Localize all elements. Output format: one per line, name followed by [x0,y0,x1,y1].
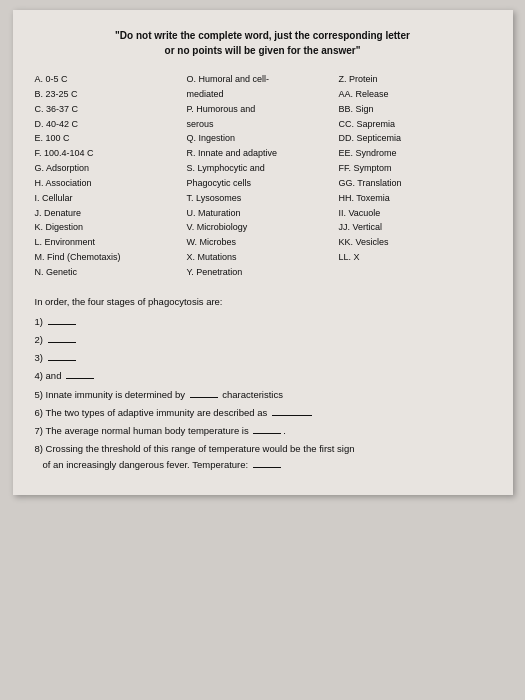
list-item: X. Mutations [187,250,339,265]
list-item: BB. Sign [339,102,491,117]
list-item: U. Maturation [187,206,339,221]
question-1: 1) [35,314,491,330]
question-7: 7) The average normal human body tempera… [35,423,491,439]
list-item: DD. Septicemia [339,131,491,146]
list-item: A. 0-5 C [35,72,187,87]
instruction-line2: or no points will be given for the answe… [35,43,491,58]
list-item: K. Digestion [35,220,187,235]
questions-intro: In order, the four stages of phagocytosi… [35,294,491,310]
list-item: HH. Toxemia [339,191,491,206]
list-item: S. Lymphocytic and [187,161,339,176]
question-5: 5) Innate immunity is determined by char… [35,387,491,403]
question-4: 4) and [35,368,491,384]
list-item: EE. Syndrome [339,146,491,161]
question-2: 2) [35,332,491,348]
list-item: P. Humorous and [187,102,339,117]
blank-6[interactable] [272,415,312,416]
list-item: mediated [187,87,339,102]
blank-7[interactable] [253,433,281,434]
list-item: F. 100.4-104 C [35,146,187,161]
list-item: I. Cellular [35,191,187,206]
column-1: A. 0-5 CB. 23-25 CC. 36-37 CD. 40-42 CE.… [35,72,187,280]
instruction: "Do not write the complete word, just th… [35,28,491,58]
list-item: M. Find (Chemotaxis) [35,250,187,265]
list-item: FF. Symptom [339,161,491,176]
blank-4[interactable] [66,378,94,379]
list-item: N. Genetic [35,265,187,280]
list-item: D. 40-42 C [35,117,187,132]
blank-2[interactable] [48,342,76,343]
questions-section: In order, the four stages of phagocytosi… [35,294,491,473]
list-item: C. 36-37 C [35,102,187,117]
list-item: H. Association [35,176,187,191]
list-item: Z. Protein [339,72,491,87]
list-item: KK. Vesicles [339,235,491,250]
blank-3[interactable] [48,360,76,361]
blank-5[interactable] [190,397,218,398]
list-item: Y. Penetration [187,265,339,280]
blank-8[interactable] [253,467,281,468]
question-3: 3) [35,350,491,366]
list-item: L. Environment [35,235,187,250]
list-item: O. Humoral and cell- [187,72,339,87]
column-2: O. Humoral and cell- mediatedP. Humorous… [187,72,339,280]
list-item: B. 23-25 C [35,87,187,102]
list-item: Q. Ingestion [187,131,339,146]
list-item: AA. Release [339,87,491,102]
list-item: G. Adsorption [35,161,187,176]
list-item: J. Denature [35,206,187,221]
list-item: R. Innate and adaptive [187,146,339,161]
list-item: W. Microbes [187,235,339,250]
blank-1[interactable] [48,324,76,325]
question-8: 8) Crossing the threshold of this range … [35,441,491,473]
list-item: GG. Translation [339,176,491,191]
instruction-line1: "Do not write the complete word, just th… [35,28,491,43]
list-item: LL. X [339,250,491,265]
question-6: 6) The two types of adaptive immunity ar… [35,405,491,421]
page: "Do not write the complete word, just th… [13,10,513,495]
list-item: E. 100 C [35,131,187,146]
columns-section: A. 0-5 CB. 23-25 CC. 36-37 CD. 40-42 CE.… [35,72,491,280]
list-item: T. Lysosomes [187,191,339,206]
column-3: Z. ProteinAA. ReleaseBB. SignCC. Sapremi… [339,72,491,280]
list-item: Phagocytic cells [187,176,339,191]
list-item: JJ. Vertical [339,220,491,235]
list-item: II. Vacuole [339,206,491,221]
list-item: serous [187,117,339,132]
list-item: V. Microbiology [187,220,339,235]
list-item: CC. Sapremia [339,117,491,132]
